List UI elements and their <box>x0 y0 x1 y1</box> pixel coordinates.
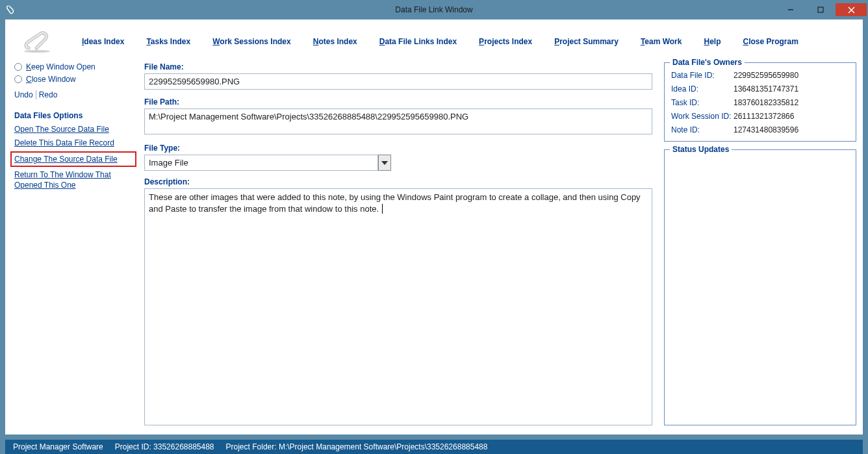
separator <box>36 90 36 99</box>
file-type-combo[interactable]: Image File <box>144 155 391 171</box>
close-button[interactable] <box>836 3 867 16</box>
status-updates-fieldset: Status Updates <box>664 149 856 425</box>
menu-team-work[interactable]: Team Work <box>641 37 682 46</box>
status-updates-legend: Status Updates <box>670 145 732 154</box>
app-paperclip-icon <box>5 5 16 15</box>
svg-marker-5 <box>381 161 388 165</box>
svg-rect-1 <box>818 7 823 12</box>
file-type-value: Image File <box>144 155 378 171</box>
menu-data-file-links-index[interactable]: Data File Links Index <box>379 37 457 46</box>
menu-help[interactable]: Help <box>704 37 721 46</box>
file-type-label: File Type: <box>144 144 652 153</box>
menu-close-program[interactable]: Close Program <box>743 37 798 46</box>
status-project-folder: Project Folder: M:\Project Management So… <box>226 442 488 451</box>
owner-note-id: Note ID:127431480839596 <box>671 125 849 134</box>
window-title: Data File Link Window <box>395 5 472 14</box>
radio-keep-window-open[interactable]: Keep Window Open <box>14 62 133 71</box>
menu-work-sessions-index[interactable]: Work Sessions Index <box>212 37 291 46</box>
menu-project-summary[interactable]: Project Summary <box>554 37 619 46</box>
link-open-source-data-file[interactable]: Open The Source Data File <box>14 124 133 134</box>
radio-icon <box>14 63 22 71</box>
menu-tasks-index[interactable]: Tasks Index <box>146 37 190 46</box>
menu-ideas-index[interactable]: Ideas Index <box>82 37 124 46</box>
owners-fieldset: Data File's Owners Data File ID:22995259… <box>664 62 856 142</box>
link-return-to-window[interactable]: Return To The Window ThatOpened This One <box>14 170 133 190</box>
menu-notes-index[interactable]: Notes Index <box>313 37 357 46</box>
data-files-options-heading: Data Files Options <box>14 111 133 120</box>
link-change-source-data-file[interactable]: Change The Source Data File <box>10 151 136 167</box>
minimize-button[interactable] <box>776 3 806 16</box>
link-delete-data-file-record[interactable]: Delete This Data File Record <box>14 138 133 148</box>
menu-projects-index[interactable]: Projects Index <box>479 37 532 46</box>
status-project-id: Project ID: 33526268885488 <box>115 442 214 451</box>
statusbar: Project Manager Software Project ID: 335… <box>5 440 863 454</box>
description-textarea[interactable]: These are other images that were added t… <box>144 188 652 425</box>
window-body: Ideas Index Tasks Index Work Sessions In… <box>5 19 863 435</box>
description-label: Description: <box>144 177 652 186</box>
redo-link[interactable]: Redo <box>39 90 58 99</box>
svg-point-4 <box>24 50 50 53</box>
owner-data-file-id: Data File ID:229952595659980 <box>671 71 849 80</box>
right-panel: Data File's Owners Data File ID:22995259… <box>664 62 856 425</box>
chevron-down-icon[interactable] <box>378 155 391 171</box>
left-panel: Keep Window Open Close Window Undo Redo … <box>12 62 133 425</box>
logo-paperclip-icon <box>21 29 53 55</box>
status-app-name: Project Manager Software <box>13 442 103 451</box>
file-path-input[interactable]: M:\Project Management Software\Projects\… <box>144 108 652 134</box>
maximize-button[interactable] <box>806 3 836 16</box>
file-name-input[interactable]: 229952595659980.PNG <box>144 73 652 90</box>
undo-link[interactable]: Undo <box>14 90 33 99</box>
owners-legend: Data File's Owners <box>670 58 745 67</box>
file-path-label: File Path: <box>144 97 652 107</box>
radio-icon <box>14 75 22 83</box>
window-controls <box>776 3 868 16</box>
titlebar: Data File Link Window <box>0 0 868 19</box>
menubar: Ideas Index Tasks Index Work Sessions In… <box>5 19 863 60</box>
owner-work-session-id: Work Session ID:26111321372866 <box>671 112 849 121</box>
form-panel: File Name: 229952595659980.PNG File Path… <box>144 62 652 425</box>
radio-close-window[interactable]: Close Window <box>14 75 133 84</box>
owner-task-id: Task ID:183760182335812 <box>671 98 849 107</box>
file-name-label: File Name: <box>144 62 652 71</box>
owner-idea-id: Idea ID:136481351747371 <box>671 84 849 94</box>
